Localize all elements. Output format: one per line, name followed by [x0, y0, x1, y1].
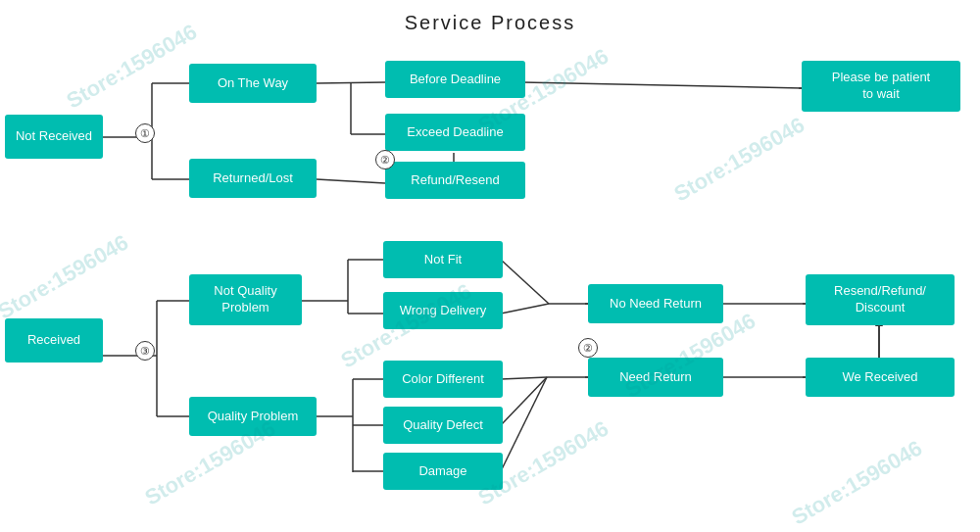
page-title: Service Process — [0, 0, 980, 34]
svg-line-7 — [522, 82, 802, 88]
on-the-way-node: On The Way — [189, 64, 317, 103]
circle-2b: ② — [578, 338, 598, 358]
watermark-4: Store:1596046 — [0, 229, 133, 324]
not-quality-node: Not Quality Problem — [189, 274, 302, 325]
circle-1: ① — [135, 123, 155, 143]
exceed-deadline-node: Exceed Deadline — [385, 114, 525, 151]
wrong-delivery-node: Wrong Delivery — [383, 292, 503, 329]
quality-problem-node: Quality Problem — [189, 397, 317, 436]
svg-line-9 — [317, 179, 385, 183]
svg-line-4 — [317, 82, 385, 83]
refund-resend-node: Refund/Resend — [385, 162, 525, 199]
diagram: Service Process — [0, 0, 980, 532]
circle-2a: ② — [375, 150, 395, 169]
not-fit-node: Not Fit — [383, 241, 503, 278]
color-different-node: Color Different — [383, 361, 503, 398]
resend-refund-node: Resend/Refund/ Discount — [806, 274, 955, 325]
we-received-node: We Received — [806, 358, 955, 397]
not-received-node: Not Received — [5, 115, 103, 159]
damage-node: Damage — [383, 453, 503, 490]
svg-line-28 — [501, 377, 547, 471]
need-return-node: Need Return — [588, 358, 723, 397]
svg-line-24 — [501, 304, 549, 314]
watermark-3: Store:1596046 — [669, 112, 808, 207]
watermark-9: Store:1596046 — [787, 435, 926, 530]
svg-line-23 — [501, 260, 549, 304]
received-node: Received — [5, 318, 103, 363]
please-patient-node: Please be patient to wait — [802, 61, 960, 112]
svg-line-26 — [501, 377, 547, 379]
before-deadline-node: Before Deadline — [385, 61, 525, 98]
quality-defect-node: Quality Defect — [383, 407, 503, 444]
no-need-return-node: No Need Return — [588, 284, 723, 323]
svg-line-27 — [501, 377, 547, 425]
returned-lost-node: Returned/Lost — [189, 159, 317, 198]
circle-3: ③ — [135, 341, 155, 361]
